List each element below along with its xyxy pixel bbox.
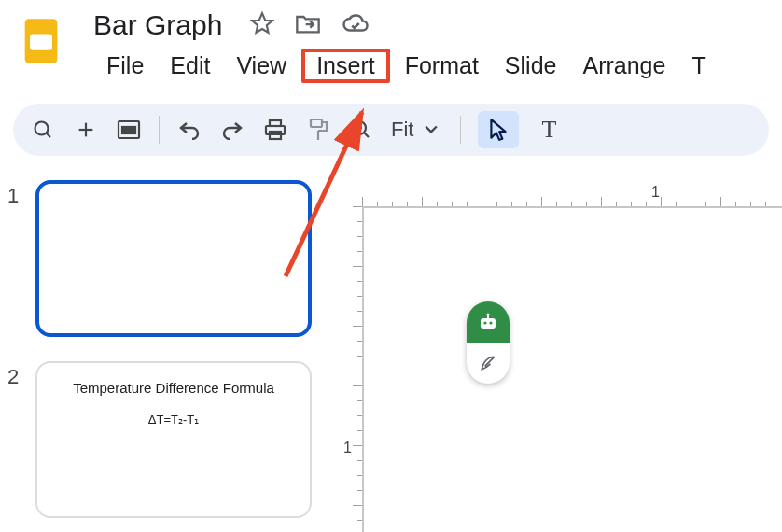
slide2-title: Temperature Difference Formula (58, 380, 289, 396)
svg-point-20 (483, 321, 486, 324)
star-icon[interactable] (250, 11, 274, 39)
workspace: 1 2 Temperature Difference Formula ΔT=T₂… (0, 180, 782, 532)
header: Bar Graph File Edit View Insert Format S… (0, 0, 782, 83)
menu-edit[interactable]: Edit (157, 49, 223, 83)
thumb-number: 2 (7, 361, 35, 389)
menu-view[interactable]: View (223, 49, 300, 83)
cloud-saved-icon[interactable] (342, 12, 370, 38)
svg-rect-1 (31, 35, 51, 49)
menu-insert[interactable]: Insert (301, 49, 390, 83)
undo-icon[interactable] (176, 117, 202, 143)
feather-icon (467, 343, 510, 384)
svg-point-4 (35, 122, 49, 135)
svg-rect-19 (481, 318, 496, 329)
menu-slide[interactable]: Slide (492, 49, 570, 83)
slide-thumbnail-2[interactable]: Temperature Difference Formula ΔT=T₂-T₁ (35, 361, 312, 518)
text-tool-icon[interactable]: T (536, 117, 562, 143)
zoom-fit-label: Fit (391, 118, 413, 142)
select-tool[interactable] (478, 111, 519, 148)
separator (159, 116, 160, 144)
thumb-number: 1 (7, 180, 35, 208)
slide2-formula: ΔT=T₂-T₁ (58, 413, 289, 427)
layout-icon[interactable] (116, 117, 142, 143)
ruler-h-label: 1 (651, 184, 660, 201)
ruler-v-label: 1 (343, 440, 352, 456)
slides-logo[interactable] (17, 17, 65, 65)
zoom-fit-dropdown[interactable]: Fit (391, 118, 438, 142)
menu-format[interactable]: Format (392, 49, 492, 83)
separator (460, 116, 461, 144)
new-slide-icon[interactable] (73, 117, 99, 143)
move-folder-icon[interactable] (295, 12, 321, 38)
menu-file[interactable]: File (93, 49, 157, 83)
svg-marker-3 (253, 13, 273, 33)
canvas-area: 1 1 (336, 180, 782, 532)
svg-line-5 (47, 133, 51, 138)
svg-rect-9 (122, 127, 135, 133)
menu-arrange[interactable]: Arrange (569, 49, 678, 83)
svg-line-16 (364, 133, 369, 137)
slide-canvas[interactable] (362, 206, 782, 532)
assistant-pill[interactable] (467, 301, 510, 384)
thumbnail-panel: 1 2 Temperature Difference Formula ΔT=T₂… (0, 180, 336, 532)
redo-icon[interactable] (219, 117, 245, 143)
chevron-down-icon (425, 123, 438, 136)
menu-more[interactable]: T (678, 49, 705, 83)
zoom-icon[interactable] (348, 117, 374, 143)
paint-format-icon[interactable] (305, 117, 331, 143)
svg-rect-13 (311, 119, 322, 127)
ruler-vertical[interactable]: 1 (340, 206, 362, 532)
svg-point-21 (489, 321, 492, 324)
ruler-horizontal[interactable]: 1 (362, 184, 782, 206)
print-icon[interactable] (262, 117, 288, 143)
menu-bar: File Edit View Insert Format Slide Arran… (93, 49, 706, 83)
bot-icon (467, 301, 510, 343)
toolbar: Fit T (13, 104, 769, 156)
document-title[interactable]: Bar Graph (93, 9, 222, 41)
svg-point-23 (486, 313, 489, 315)
search-icon[interactable] (30, 117, 56, 143)
slide-thumbnail-1[interactable] (35, 180, 312, 337)
